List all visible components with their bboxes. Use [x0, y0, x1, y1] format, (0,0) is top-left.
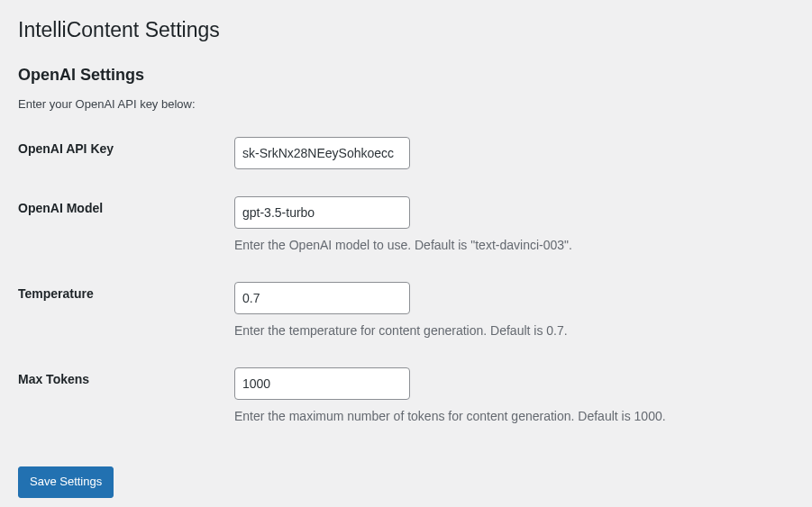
section-intro: Enter your OpenAI API key below:	[18, 97, 794, 111]
row-temperature: Temperature Enter the temperature for co…	[18, 268, 794, 354]
label-max-tokens: Max Tokens	[18, 372, 89, 386]
input-temperature[interactable]	[234, 282, 410, 314]
save-button[interactable]: Save Settings	[18, 466, 114, 498]
settings-form-table: OpenAI API Key OpenAI Model Enter the Op…	[18, 123, 794, 439]
input-model[interactable]	[234, 196, 410, 229]
submit-row: Save Settings	[18, 457, 794, 507]
label-temperature: Temperature	[18, 286, 94, 301]
input-api-key[interactable]	[234, 137, 410, 169]
page-title: IntelliContent Settings	[18, 9, 794, 48]
input-max-tokens[interactable]	[234, 367, 410, 400]
label-api-key: OpenAI API Key	[18, 141, 114, 156]
row-model: OpenAI Model Enter the OpenAI model to u…	[18, 183, 794, 268]
label-model: OpenAI Model	[18, 201, 103, 215]
row-max-tokens: Max Tokens Enter the maximum number of t…	[18, 354, 794, 439]
description-max-tokens: Enter the maximum number of tokens for c…	[234, 407, 785, 426]
description-temperature: Enter the temperature for content genera…	[234, 321, 785, 340]
description-model: Enter the OpenAI model to use. Default i…	[234, 236, 785, 255]
row-api-key: OpenAI API Key	[18, 123, 794, 183]
section-heading: OpenAI Settings	[18, 48, 794, 92]
